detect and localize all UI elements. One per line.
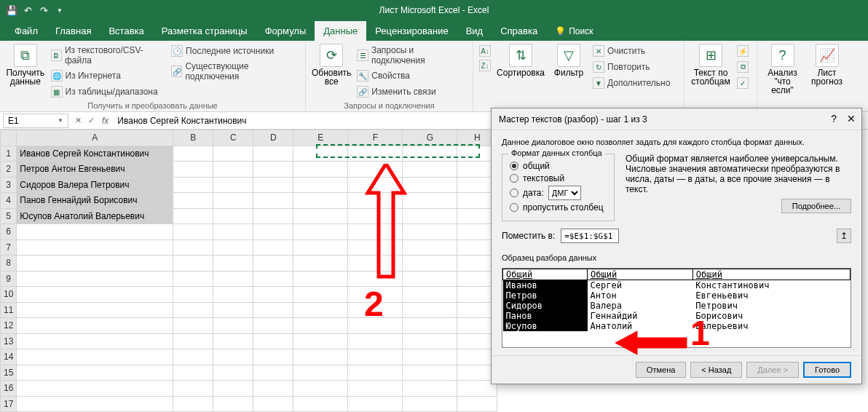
tab-help[interactable]: Справка xyxy=(492,21,546,41)
qat-dropdown-icon[interactable]: ▼ xyxy=(52,3,67,17)
fx-icon[interactable]: fx xyxy=(102,116,108,126)
cell-D3[interactable] xyxy=(253,177,293,193)
cell-F13[interactable] xyxy=(348,333,403,349)
cell-D9[interactable] xyxy=(253,271,293,287)
back-button[interactable]: < Назад xyxy=(690,362,742,378)
dialog-help-button[interactable]: ? xyxy=(831,113,837,124)
cell-A9[interactable] xyxy=(17,271,173,287)
cell-E6[interactable] xyxy=(293,224,348,240)
date-format-select[interactable]: ДМГ xyxy=(548,186,581,200)
cell-B2[interactable] xyxy=(173,162,213,178)
row-header-17[interactable]: 17 xyxy=(1,396,17,412)
cell-A15[interactable] xyxy=(17,365,173,381)
cell-B7[interactable] xyxy=(173,239,213,255)
dialog-close-button[interactable]: ✕ xyxy=(847,113,856,124)
row-header-16[interactable]: 16 xyxy=(1,381,17,397)
next-button[interactable]: Далее > xyxy=(746,362,799,378)
namebox-dropdown-icon[interactable]: ▼ xyxy=(58,117,63,124)
cell-C6[interactable] xyxy=(213,224,253,240)
cell-C17[interactable] xyxy=(213,396,253,412)
queries-button[interactable]: ☰Запросы и подключения xyxy=(357,44,467,67)
cell-D8[interactable] xyxy=(253,255,293,272)
name-box[interactable]: E1▼ xyxy=(3,114,68,128)
row-header-12[interactable]: 12 xyxy=(1,318,17,334)
cell-F14[interactable] xyxy=(348,349,403,365)
cancel-button[interactable]: Отмена xyxy=(636,362,686,378)
cell-E17[interactable] xyxy=(293,396,348,412)
cell-C13[interactable] xyxy=(213,333,253,349)
collapse-dialog-button[interactable]: ↥ xyxy=(837,229,851,243)
cell-B13[interactable] xyxy=(173,333,213,349)
radio-general[interactable] xyxy=(510,162,518,170)
cell-D15[interactable] xyxy=(253,365,293,381)
refresh-all-button[interactable]: ⟳Обновить все xyxy=(312,44,351,86)
cell-G11[interactable] xyxy=(403,302,457,318)
cell-G17[interactable] xyxy=(403,396,457,412)
cell-B9[interactable] xyxy=(173,271,213,287)
cell-B1[interactable] xyxy=(173,146,213,162)
cell-C1[interactable] xyxy=(213,146,253,162)
get-data-button[interactable]: ⧉Получить данные xyxy=(6,44,45,86)
cell-A8[interactable] xyxy=(17,255,173,272)
cell-F3[interactable] xyxy=(348,177,403,193)
cell-C15[interactable] xyxy=(213,365,253,381)
cell-C4[interactable] xyxy=(213,193,253,209)
tab-insert[interactable]: Вставка xyxy=(100,21,152,41)
cell-C3[interactable] xyxy=(213,177,253,193)
reapply-button[interactable]: ↻Повторить xyxy=(593,60,670,74)
row-header-11[interactable]: 11 xyxy=(1,302,17,318)
row-header-6[interactable]: 6 xyxy=(1,224,17,240)
cell-E3[interactable] xyxy=(293,177,348,193)
cell-A5[interactable]: Юсупов Анатолий Валерьевич xyxy=(17,208,173,224)
col-header-F[interactable]: F xyxy=(348,130,403,146)
cell-C16[interactable] xyxy=(213,381,253,397)
cell-F7[interactable] xyxy=(348,239,403,255)
forecast-button[interactable]: 📈Лист прогноз xyxy=(808,44,846,86)
cell-B5[interactable] xyxy=(173,208,213,224)
cell-D17[interactable] xyxy=(253,396,293,412)
cell-A14[interactable] xyxy=(17,349,173,365)
tab-data[interactable]: Данные xyxy=(315,21,366,41)
cell-B4[interactable] xyxy=(173,193,213,209)
cell-A16[interactable] xyxy=(17,381,173,397)
cell-F2[interactable] xyxy=(348,162,403,178)
existing-conn-button[interactable]: 🔗Существующие подключения xyxy=(171,60,299,83)
cell-E12[interactable] xyxy=(293,318,348,334)
cell-E14[interactable] xyxy=(293,349,348,365)
cell-D12[interactable] xyxy=(253,318,293,334)
cell-G5[interactable] xyxy=(403,208,457,224)
cell-C9[interactable] xyxy=(213,271,253,287)
cell-G1[interactable] xyxy=(403,146,457,162)
undo-icon[interactable]: ↶ xyxy=(20,3,35,17)
recent-sources-button[interactable]: 🕑Последние источники xyxy=(171,44,299,58)
col-header-G[interactable]: G xyxy=(403,130,457,146)
select-all-corner[interactable] xyxy=(1,130,17,146)
from-web-button[interactable]: 🌐Из Интернета xyxy=(51,68,166,83)
cell-G2[interactable] xyxy=(403,162,457,178)
cell-H17[interactable] xyxy=(457,396,497,412)
cell-B17[interactable] xyxy=(173,396,213,412)
cell-E8[interactable] xyxy=(293,255,348,272)
cell-D7[interactable] xyxy=(253,239,293,255)
edit-links-button[interactable]: 🔗Изменить связи xyxy=(357,84,467,99)
advanced-filter-button[interactable]: ▼Дополнительно xyxy=(593,76,670,90)
tab-formulas[interactable]: Формулы xyxy=(256,21,315,41)
tab-search[interactable]: 💡 Поиск xyxy=(546,22,601,41)
row-header-2[interactable]: 2 xyxy=(1,162,17,178)
remove-dup-button[interactable]: ⧉ xyxy=(737,60,749,74)
tab-home[interactable]: Главная xyxy=(47,21,100,41)
col-header-D[interactable]: D xyxy=(253,130,293,146)
cell-B3[interactable] xyxy=(173,177,213,193)
cell-E13[interactable] xyxy=(293,333,348,349)
cell-D2[interactable] xyxy=(253,162,293,178)
text-to-columns-button[interactable]: ⊞Текст по столбцам xyxy=(690,44,731,86)
filter-button[interactable]: ▽Фильтр xyxy=(551,44,587,77)
data-valid-button[interactable]: ✓ xyxy=(737,76,749,90)
cell-B12[interactable] xyxy=(173,318,213,334)
save-icon[interactable]: 💾 xyxy=(4,3,19,17)
row-header-3[interactable]: 3 xyxy=(1,177,17,193)
cell-D1[interactable] xyxy=(253,146,293,162)
more-info-button[interactable]: Подробнее... xyxy=(781,199,851,213)
sort-button[interactable]: ⇅Сортировка xyxy=(497,44,545,77)
cell-B14[interactable] xyxy=(173,349,213,365)
